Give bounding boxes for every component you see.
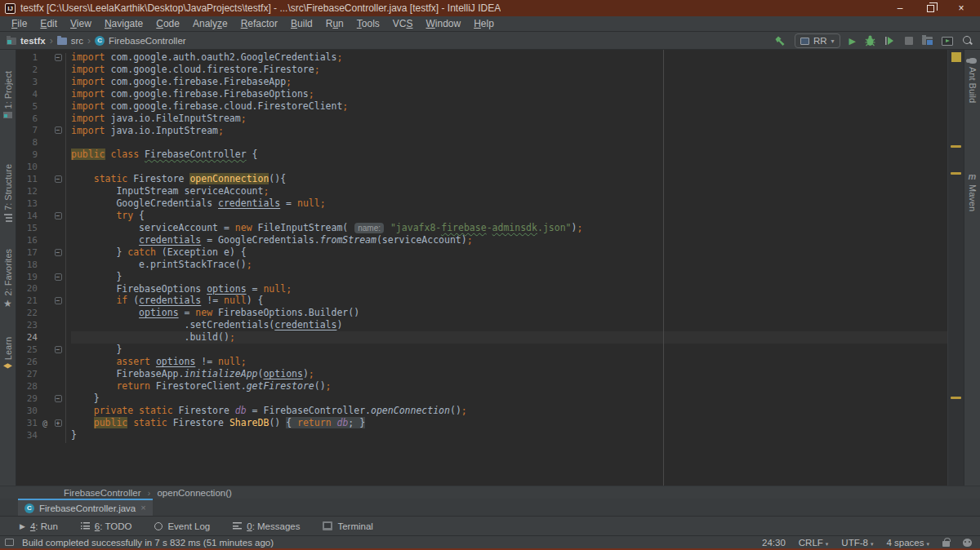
menu-vcs[interactable]: VCS [386,16,420,32]
menu-refactor[interactable]: Refactor [234,16,284,32]
encoding-selector[interactable]: UTF-8▾ [841,538,873,548]
code-line-31[interactable]: 31@+ public static Firestore ShareDB() {… [16,417,947,429]
status-message[interactable]: Build completed successfully in 7 s 832 … [22,538,274,548]
line-number[interactable]: 5 [16,101,38,112]
line-number[interactable]: 13 [16,198,38,209]
code-line-3[interactable]: 3import com.google.firebase.FirebaseApp; [16,76,947,88]
menu-view[interactable]: View [64,16,98,32]
line-number[interactable]: 18 [16,259,38,270]
fold-collapse-marker[interactable]: − [55,346,62,353]
run-configuration-dropdown[interactable]: RR ▾ [795,33,840,48]
tool-button-event-log[interactable]: Event Log [154,521,210,531]
code-line-27[interactable]: 27 FirebaseApp.initializeApp(options); [16,368,947,380]
tool-button-maven[interactable]: m Maven [964,172,980,211]
code-line-6[interactable]: 6import java.io.FileInputStream; [16,113,947,125]
close-tab-icon[interactable]: × [140,503,145,512]
line-separator-selector[interactable]: CRLF▾ [799,538,829,548]
code-line-8[interactable]: 8 [16,136,947,149]
tool-button-messages[interactable]: 0: Messages [233,521,300,531]
line-number[interactable]: 3 [16,77,38,87]
code-line-20[interactable]: 20 FirebaseOptions options = null; [16,283,947,295]
code-line-25[interactable]: 25− } [16,344,947,356]
fold-collapse-marker[interactable]: − [55,54,62,61]
code-line-10[interactable]: 10 [16,161,947,173]
warning-stripe-mark[interactable] [951,397,961,399]
code-line-9[interactable]: 9public class FirebaseController { [16,149,947,161]
code-line-7[interactable]: 7−import java.io.InputStream; [16,125,947,137]
line-number[interactable]: 6 [16,113,38,124]
line-number[interactable]: 14 [16,211,38,221]
code-line-4[interactable]: 4import com.google.firebase.FirebaseOpti… [16,88,947,100]
line-number[interactable]: 2 [16,64,38,75]
inspections-hector-icon[interactable] [963,539,972,547]
menu-analyze[interactable]: Analyze [186,16,234,32]
breadcrumb-item-firebasecontroller[interactable]: CFirebaseController [95,36,186,46]
code-line-17[interactable]: 17− } catch (Exception e) { [16,246,947,259]
menu-build[interactable]: Build [284,16,319,32]
line-number[interactable]: 25 [16,344,38,355]
code-line-28[interactable]: 28 return FirestoreClient.getFirestore()… [16,380,947,393]
line-number[interactable]: 8 [16,137,38,148]
line-number[interactable]: 28 [16,381,38,392]
run-window-icon[interactable] [942,37,953,46]
tool-button-structure[interactable]: 7: Structure [0,164,16,222]
fold-collapse-marker[interactable]: − [55,297,62,304]
tool-button-todo[interactable]: 6: TODO [81,521,132,531]
indent-selector[interactable]: 4 spaces▾ [886,538,929,548]
line-number[interactable]: 1 [16,52,38,63]
breadcrumb-method[interactable]: openConnection() [157,488,231,498]
line-number[interactable]: 4 [16,89,38,100]
code-line-22[interactable]: 22 options = new FirebaseOptions.Builder… [16,307,947,319]
fold-collapse-marker[interactable]: − [55,212,62,220]
lock-icon[interactable] [942,541,950,547]
line-number[interactable]: 31 [16,418,38,428]
breadcrumb-item-src[interactable]: src [57,36,83,46]
code-line-34[interactable]: 34} [16,429,947,441]
restore-button[interactable] [927,5,934,12]
menu-file[interactable]: File [5,16,33,32]
menu-tools[interactable]: Tools [350,16,386,32]
tool-button-learn[interactable]: Learn [0,337,16,370]
line-number[interactable]: 16 [16,235,38,246]
line-number[interactable]: 19 [16,272,38,282]
code-line-5[interactable]: 5import com.google.firebase.cloud.Firest… [16,100,947,113]
caret-position[interactable]: 24:30 [762,538,786,548]
line-number[interactable]: 27 [16,369,38,379]
run-button[interactable]: ▶ [849,32,856,50]
code-line-2[interactable]: 2import com.google.cloud.firestore.Fires… [16,64,947,76]
code-line-14[interactable]: 14− try { [16,210,947,222]
line-number[interactable]: 10 [16,162,38,172]
breadcrumb-class[interactable]: FirebaseController [64,488,141,498]
project-structure-icon[interactable] [922,37,933,45]
annotation-gutter-icon[interactable]: @ [38,419,52,428]
breadcrumb-item-testfx[interactable]: testfx [7,36,46,46]
menu-navigate[interactable]: Navigate [98,16,149,32]
code-line-26[interactable]: 26 assert options != null; [16,356,947,368]
warning-stripe-mark[interactable] [951,172,961,175]
line-number[interactable]: 9 [16,149,38,160]
code-line-29[interactable]: 29− } [16,393,947,405]
line-number[interactable]: 34 [16,430,38,441]
line-number[interactable]: 12 [16,186,38,197]
line-number[interactable]: 23 [16,320,38,330]
menu-window[interactable]: Window [419,16,467,32]
tool-button-terminal[interactable]: Terminal [323,521,372,531]
search-everywhere-icon[interactable] [962,35,973,47]
line-number[interactable]: 21 [16,295,38,306]
line-number[interactable]: 11 [16,174,38,184]
code-line-16[interactable]: 16 credentials = GoogleCredentials.fromS… [16,234,947,246]
fold-collapse-marker[interactable]: − [55,395,62,402]
menu-code[interactable]: Code [149,16,186,32]
code-line-1[interactable]: 1−import com.google.auth.oauth2.GoogleCr… [16,51,947,64]
menu-edit[interactable]: Edit [33,16,64,32]
fold-collapse-marker[interactable]: − [55,249,62,256]
close-button[interactable]: × [956,0,967,16]
code-line-19[interactable]: 19− } [16,271,947,283]
code-line-11[interactable]: 11− static Firestore openConnection(){ [16,173,947,185]
fold-collapse-marker[interactable]: − [55,175,62,183]
tool-button-run-bottom[interactable]: ▶ 4: Run [20,521,58,531]
line-number[interactable]: 30 [16,406,38,416]
menu-run[interactable]: Run [319,16,350,32]
line-number[interactable]: 22 [16,308,38,318]
fold-collapse-marker[interactable]: − [55,273,62,281]
